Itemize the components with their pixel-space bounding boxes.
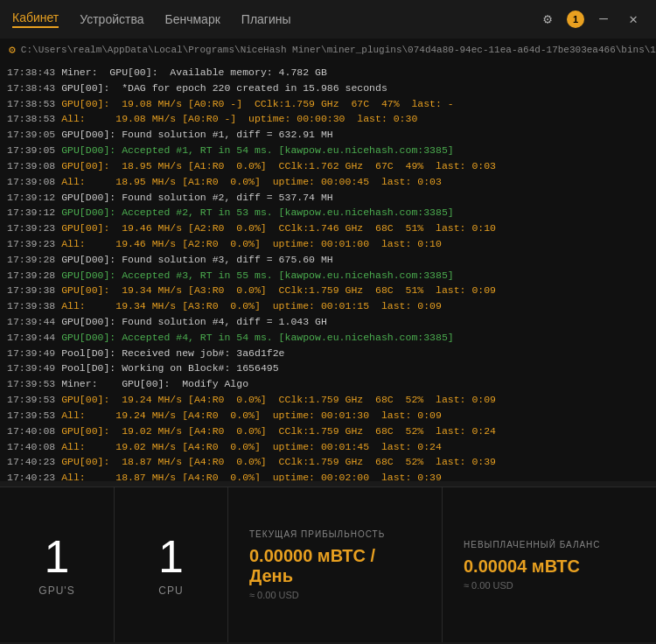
log-line: 17:39:23 All: 19.46 MH/s [A2:R0 0.0%] up… — [7, 236, 649, 252]
minimize-button[interactable]: — — [593, 9, 614, 30]
path-bar: ⚙ C:\Users\realm\AppData\Local\Programs\… — [0, 38, 656, 61]
log-line: 17:39:28 GPU[D00]: Found solution #3, di… — [7, 252, 649, 268]
log-line: 17:39:23 GPU[00]: 19.46 MH/s [A2:R0 0.0%… — [7, 220, 649, 236]
unpaid-balance-usd: ≈ 0.00 USD — [464, 580, 635, 591]
unpaid-balance-value: 0.00004 мВТС — [464, 556, 635, 577]
current-profit-value: 0.00000 мВТС / День — [249, 546, 421, 586]
log-line: 17:39:08 All: 18.95 MH/s [A1:R0 0.0%] up… — [7, 174, 649, 190]
cpu-label: CPU — [158, 584, 183, 597]
log-line: 17:39:49 Pool[D0]: Received new job#: 3a… — [7, 346, 649, 361]
gpu-count-block: 1 GPU'S — [0, 487, 114, 642]
gpu-label: GPU'S — [38, 584, 74, 597]
log-line: 17:40:08 All: 19.02 MH/s [A4:R0 0.0%] up… — [7, 439, 649, 455]
tab-cabinet[interactable]: Кабинет — [12, 10, 59, 28]
log-line: 17:39:44 GPU[D00]: Found solution #4, di… — [7, 314, 649, 330]
log-line: 17:38:43 GPU[00]: *DAG for epoch 220 cre… — [7, 80, 649, 96]
cpu-count: 1 — [158, 534, 184, 579]
log-line: 17:38:53 All: 19.08 MH/s [A0:R0 -] uptim… — [7, 111, 649, 127]
log-line: 17:39:05 GPU[D00]: Accepted #1, RT in 54… — [7, 143, 649, 158]
settings-icon[interactable]: ⚙ — [537, 9, 558, 30]
log-line: 17:40:23 All: 18.87 MH/s [A4:R0 0.0%] up… — [7, 470, 649, 481]
path-gear-icon: ⚙ — [9, 43, 16, 57]
log-line: 17:38:43 Miner: GPU[00]: Available memor… — [7, 65, 649, 80]
log-line: 17:39:12 GPU[D00]: Accepted #2, RT in 53… — [7, 205, 649, 220]
path-text: C:\Users\realm\AppData\Local\Programs\Ni… — [21, 45, 656, 55]
current-profit-usd: ≈ 0.00 USD — [249, 590, 421, 600]
close-button[interactable]: ✕ — [623, 9, 644, 30]
unpaid-balance-block: НЕВЫПЛАЧЕННЫЙ БАЛАНС 0.00004 мВТС ≈ 0.00… — [442, 487, 656, 642]
nav-tabs: Кабинет Устройства Бенчмарк Плагины — [12, 10, 291, 28]
notification-badge[interactable]: 1 — [567, 10, 584, 28]
log-line: 17:39:38 All: 19.34 MH/s [A3:R0 0.0%] up… — [7, 298, 649, 314]
log-line: 17:39:53 GPU[00]: 19.24 MH/s [A4:R0 0.0%… — [7, 392, 649, 408]
log-line: 17:39:08 GPU[00]: 18.95 MH/s [A1:R0 0.0%… — [7, 158, 649, 174]
title-controls: ⚙ 1 — ✕ — [537, 9, 644, 30]
tab-devices[interactable]: Устройства — [80, 12, 143, 26]
stats-bar: 1 GPU'S 1 CPU ТЕКУЩАЯ ПРИБЫЛЬНОСТЬ 0.000… — [0, 486, 656, 642]
cpu-count-block: 1 CPU — [114, 487, 227, 642]
log-line: 17:39:38 GPU[00]: 19.34 MH/s [A3:R0 0.0%… — [7, 283, 649, 298]
tab-plugins[interactable]: Плагины — [241, 12, 291, 26]
log-line: 17:39:53 All: 19.24 MH/s [A4:R0 0.0%] up… — [7, 408, 649, 424]
current-profit-title: ТЕКУЩАЯ ПРИБЫЛЬНОСТЬ — [249, 529, 421, 539]
log-line: 17:39:28 GPU[D00]: Accepted #3, RT in 55… — [7, 268, 649, 284]
unpaid-balance-title: НЕВЫПЛАЧЕННЫЙ БАЛАНС — [464, 540, 635, 550]
log-line: 17:38:53 GPU[00]: 19.08 MH/s [A0:R0 -] C… — [7, 96, 649, 112]
log-line: 17:40:08 GPU[00]: 19.02 MH/s [A4:R0 0.0%… — [7, 424, 649, 439]
title-bar: Кабинет Устройства Бенчмарк Плагины ⚙ 1 … — [0, 0, 656, 38]
log-line: 17:40:23 GPU[00]: 18.87 MH/s [A4:R0 0.0%… — [7, 454, 649, 470]
log-line: 17:39:49 Pool[D0]: Working on Block#: 16… — [7, 360, 649, 376]
gpu-count: 1 — [45, 534, 70, 579]
tab-benchmark[interactable]: Бенчмарк — [165, 12, 220, 26]
log-line: 17:39:05 GPU[D00]: Found solution #1, di… — [7, 127, 649, 143]
log-line: 17:39:12 GPU[D00]: Found solution #2, di… — [7, 190, 649, 206]
current-profit-block: ТЕКУЩАЯ ПРИБЫЛЬНОСТЬ 0.00000 мВТС / День… — [227, 487, 442, 642]
log-line: 17:39:53 Miner: GPU[00]: Modify Algo — [7, 376, 649, 392]
log-line: 17:39:44 GPU[D00]: Accepted #4, RT in 54… — [7, 330, 649, 346]
log-area[interactable]: 17:38:43 Miner: GPU[00]: Available memor… — [0, 61, 656, 481]
